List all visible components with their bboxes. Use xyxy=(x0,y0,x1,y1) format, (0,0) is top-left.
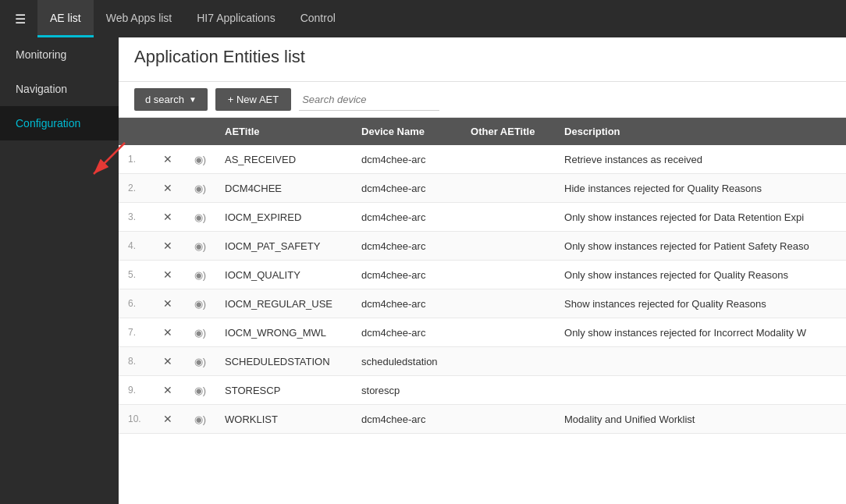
row-device-name: dcm4chee-arc xyxy=(352,405,461,434)
table-row: 4. ✕ ◉) IOCM_PAT_SAFETY dcm4chee-arc Onl… xyxy=(119,232,846,261)
delete-button[interactable]: ✕ xyxy=(160,325,176,340)
row-other-ae xyxy=(461,405,555,434)
row-signal-cell: ◉) xyxy=(185,174,215,203)
delete-button[interactable]: ✕ xyxy=(160,180,176,196)
row-device-name: dcm4chee-arc xyxy=(352,318,461,347)
row-delete-cell: ✕ xyxy=(151,174,185,203)
row-other-ae xyxy=(461,289,555,318)
row-description: Modality and Unified Worklist xyxy=(555,405,846,434)
content-area: Monitoring Navigation Configuration Appl… xyxy=(0,37,846,504)
signal-icon: ◉) xyxy=(194,154,206,165)
toolbar: d search ▼ + New AET xyxy=(119,82,846,118)
col-header-del xyxy=(151,118,185,145)
row-ae-title: DCM4CHEE xyxy=(215,174,352,203)
delete-button[interactable]: ✕ xyxy=(160,353,176,369)
row-ae-title: STORESCP xyxy=(215,376,352,405)
row-device-name: scheduledstation xyxy=(352,347,461,376)
row-other-ae xyxy=(461,261,555,289)
row-delete-cell: ✕ xyxy=(151,347,185,376)
delete-button[interactable]: ✕ xyxy=(160,296,176,311)
tab-hl7-applications[interactable]: HI7 Applications xyxy=(184,0,287,37)
row-signal-cell: ◉) xyxy=(185,405,215,434)
table-row: 10. ✕ ◉) WORKLIST dcm4chee-arc Modality … xyxy=(119,405,846,434)
new-aet-button[interactable]: + New AET xyxy=(215,88,291,111)
col-header-num xyxy=(119,118,151,145)
delete-button[interactable]: ✕ xyxy=(160,267,176,282)
hamburger-button[interactable]: ☰ xyxy=(6,5,34,33)
row-num: 1. xyxy=(119,145,151,174)
tab-bar: AE list Web Apps list HI7 Applications C… xyxy=(37,0,348,37)
row-num: 7. xyxy=(119,318,151,347)
table-container: AETitle Device Name Other AETitle Descri… xyxy=(119,118,846,504)
row-device-name: dcm4chee-arc xyxy=(352,232,461,261)
row-description: Only show instances rejected for Incorre… xyxy=(555,318,846,347)
signal-icon: ◉) xyxy=(194,183,206,194)
row-signal-cell: ◉) xyxy=(185,347,215,376)
col-header-dev: Device Name xyxy=(352,118,461,145)
row-delete-cell: ✕ xyxy=(151,318,185,347)
sidebar-item-monitoring[interactable]: Monitoring xyxy=(0,37,119,72)
signal-icon: ◉) xyxy=(194,298,206,310)
row-device-name: storescp xyxy=(352,376,461,405)
table-header-row: AETitle Device Name Other AETitle Descri… xyxy=(119,118,846,145)
advanced-search-label: d search xyxy=(145,94,184,105)
row-device-name: dcm4chee-arc xyxy=(352,261,461,289)
delete-button[interactable]: ✕ xyxy=(160,151,176,167)
row-delete-cell: ✕ xyxy=(151,232,185,261)
signal-icon: ◉) xyxy=(194,327,206,339)
row-other-ae xyxy=(461,347,555,376)
table-row: 5. ✕ ◉) IOCM_QUALITY dcm4chee-arc Only s… xyxy=(119,261,846,289)
row-signal-cell: ◉) xyxy=(185,376,215,405)
table-row: 2. ✕ ◉) DCM4CHEE dcm4chee-arc Hide insta… xyxy=(119,174,846,203)
row-num: 3. xyxy=(119,203,151,232)
row-num: 5. xyxy=(119,261,151,289)
row-signal-cell: ◉) xyxy=(185,289,215,318)
col-header-sig xyxy=(185,118,215,145)
tab-control[interactable]: Control xyxy=(288,0,348,37)
row-signal-cell: ◉) xyxy=(185,145,215,174)
tab-web-apps-list[interactable]: Web Apps list xyxy=(94,0,185,37)
table-row: 9. ✕ ◉) STORESCP storescp xyxy=(119,376,846,405)
signal-icon: ◉) xyxy=(194,385,206,396)
sidebar-item-navigation[interactable]: Navigation xyxy=(0,72,119,106)
search-device-input[interactable] xyxy=(299,89,439,111)
signal-icon: ◉) xyxy=(194,240,206,252)
tab-ae-list[interactable]: AE list xyxy=(37,0,94,37)
row-description: Only show instances rejected for Quality… xyxy=(555,261,846,289)
row-device-name: dcm4chee-arc xyxy=(352,289,461,318)
row-ae-title: IOCM_PAT_SAFETY xyxy=(215,232,352,261)
ae-table: AETitle Device Name Other AETitle Descri… xyxy=(119,118,846,434)
row-signal-cell: ◉) xyxy=(185,232,215,261)
advanced-search-button[interactable]: d search ▼ xyxy=(134,88,208,111)
row-delete-cell: ✕ xyxy=(151,289,185,318)
row-description: Only show instances rejected for Patient… xyxy=(555,232,846,261)
row-num: 8. xyxy=(119,347,151,376)
row-signal-cell: ◉) xyxy=(185,318,215,347)
delete-button[interactable]: ✕ xyxy=(160,238,176,254)
sidebar: Monitoring Navigation Configuration xyxy=(0,37,119,504)
signal-icon: ◉) xyxy=(194,413,206,425)
row-description xyxy=(555,347,846,376)
row-ae-title: IOCM_WRONG_MWL xyxy=(215,318,352,347)
row-num: 2. xyxy=(119,174,151,203)
row-ae-title: WORKLIST xyxy=(215,405,352,434)
row-delete-cell: ✕ xyxy=(151,376,185,405)
delete-button[interactable]: ✕ xyxy=(160,382,176,398)
row-description: Only show instances rejected for Data Re… xyxy=(555,203,846,232)
table-row: 8. ✕ ◉) SCHEDULEDSTATION scheduledstatio… xyxy=(119,347,846,376)
row-description: Hide instances rejected for Quality Reas… xyxy=(555,174,846,203)
row-ae-title: SCHEDULEDSTATION xyxy=(215,347,352,376)
row-other-ae xyxy=(461,203,555,232)
table-row: 1. ✕ ◉) AS_RECEIVED dcm4chee-arc Retriev… xyxy=(119,145,846,174)
row-delete-cell: ✕ xyxy=(151,261,185,289)
delete-button[interactable]: ✕ xyxy=(160,209,176,225)
col-header-ae: AETitle xyxy=(215,118,352,145)
row-other-ae xyxy=(461,376,555,405)
page-title: Application Entities list xyxy=(134,47,830,67)
sidebar-item-configuration[interactable]: Configuration xyxy=(0,106,119,140)
page-header: Application Entities list xyxy=(119,37,846,82)
caret-icon: ▼ xyxy=(189,95,197,104)
row-other-ae xyxy=(461,232,555,261)
row-num: 6. xyxy=(119,289,151,318)
delete-button[interactable]: ✕ xyxy=(160,411,176,427)
